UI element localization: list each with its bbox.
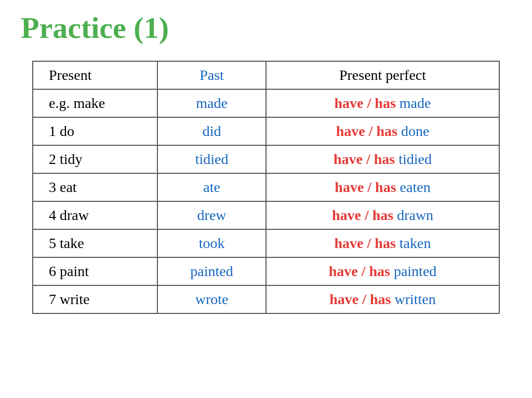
cell-past: drew: [157, 201, 266, 229]
cell-perfect: have / has painted: [266, 257, 499, 285]
perfect-participle: done: [401, 123, 429, 139]
cell-perfect: have / has written: [266, 285, 499, 313]
cell-perfect: have / has drawn: [266, 201, 499, 229]
table-row: 7 writewrotehave / has written: [33, 285, 499, 313]
cell-present: 1 do: [33, 117, 157, 145]
cell-perfect: have / has tidied: [266, 145, 499, 173]
cell-past: did: [157, 117, 266, 145]
table-row: e.g. makemadehave / has made: [33, 89, 499, 117]
perfect-participle: tidied: [398, 151, 432, 167]
cell-past: painted: [157, 257, 266, 285]
conjugation-table: Present Past Present perfect e.g. makema…: [32, 61, 500, 314]
cell-past: wrote: [157, 285, 266, 313]
cell-present: 7 write: [33, 285, 157, 313]
cell-present: 5 take: [33, 229, 157, 257]
page-title: Practice (1): [21, 10, 511, 45]
table-row: 1 dodidhave / has done: [33, 117, 499, 145]
cell-present: 2 tidy: [33, 145, 157, 173]
table-row: 3 eatatehave / has eaten: [33, 173, 499, 201]
cell-present: 4 draw: [33, 201, 157, 229]
cell-perfect: have / has made: [266, 89, 499, 117]
cell-present: e.g. make: [33, 89, 157, 117]
perfect-have-has: have / has: [335, 179, 400, 195]
table-row: 5 taketookhave / has taken: [33, 229, 499, 257]
perfect-participle: written: [394, 291, 435, 307]
header-perfect: Present perfect: [266, 61, 499, 89]
perfect-have-has: have / has: [332, 207, 397, 223]
table-header-row: Present Past Present perfect: [33, 61, 499, 89]
cell-past: ate: [157, 173, 266, 201]
table-row: 4 drawdrewhave / has drawn: [33, 201, 499, 229]
header-present: Present: [33, 61, 157, 89]
cell-past: took: [157, 229, 266, 257]
cell-past: made: [157, 89, 266, 117]
perfect-participle: made: [400, 95, 431, 111]
cell-perfect: have / has eaten: [266, 173, 499, 201]
perfect-have-has: have / has: [329, 291, 394, 307]
perfect-have-has: have / has: [335, 95, 400, 111]
table-wrapper: Present Past Present perfect e.g. makema…: [32, 61, 500, 314]
perfect-have-has: have / has: [336, 123, 401, 139]
table-row: 2 tidytidiedhave / has tidied: [33, 145, 499, 173]
table-row: 6 paintpaintedhave / has painted: [33, 257, 499, 285]
perfect-have-has: have / has: [334, 151, 398, 167]
cell-perfect: have / has taken: [266, 229, 499, 257]
perfect-participle: drawn: [397, 207, 433, 223]
perfect-participle: eaten: [400, 179, 431, 195]
header-past: Past: [157, 61, 266, 89]
perfect-have-has: have / has: [329, 263, 394, 279]
cell-present: 3 eat: [33, 173, 157, 201]
perfect-participle: painted: [394, 263, 436, 279]
perfect-have-has: have / has: [335, 235, 400, 251]
cell-past: tidied: [157, 145, 266, 173]
cell-present: 6 paint: [33, 257, 157, 285]
cell-perfect: have / has done: [266, 117, 499, 145]
perfect-participle: taken: [400, 235, 431, 251]
